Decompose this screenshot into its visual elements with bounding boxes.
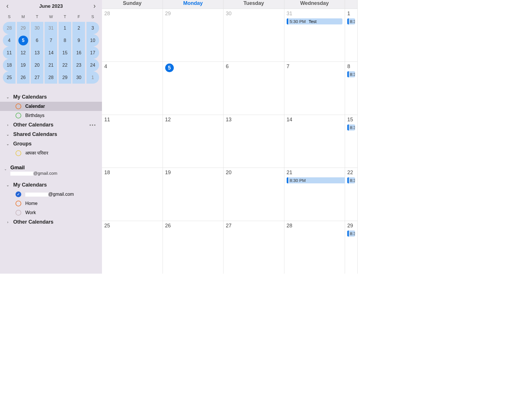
- other-calendars-header[interactable]: › Other Calendars ●●●: [0, 120, 102, 130]
- mini-day[interactable]: 27: [31, 71, 43, 84]
- day-cell[interactable]: 4: [102, 62, 163, 114]
- day-cell[interactable]: 7: [284, 62, 345, 114]
- mini-day[interactable]: 18: [3, 59, 16, 71]
- day-cell[interactable]: 14: [284, 115, 345, 168]
- day-cell[interactable]: 158:30: [345, 115, 358, 168]
- day-number: 29: [347, 223, 355, 229]
- mini-day[interactable]: 30: [72, 71, 85, 84]
- day-cell[interactable]: 30: [223, 9, 284, 62]
- day-number: 26: [165, 223, 221, 229]
- day-number: 4: [104, 64, 160, 70]
- color-swatch-icon: [16, 210, 21, 216]
- event[interactable]: 8:30 PM: [287, 177, 345, 183]
- day-cell[interactable]: 13: [223, 115, 284, 168]
- event[interactable]: 8:30: [347, 231, 355, 237]
- calendar-item-home[interactable]: Home: [0, 199, 102, 208]
- event[interactable]: 8:30: [347, 124, 355, 130]
- mini-day[interactable]: 20: [31, 59, 43, 71]
- mini-day[interactable]: 16: [72, 47, 85, 59]
- account-header-gmail[interactable]: ⌄ Gmail @gmail.com: [0, 164, 102, 177]
- event-time: 8:30: [350, 231, 355, 236]
- my-calendars-header-2[interactable]: ⌄ My Calendars: [0, 180, 102, 190]
- event[interactable]: 8:30: [347, 18, 355, 24]
- day-cell[interactable]: 26: [163, 221, 224, 274]
- event-time: 8:30: [350, 19, 355, 24]
- groups-header[interactable]: ⌄ Groups: [0, 139, 102, 149]
- mini-day[interactable]: 8: [59, 34, 71, 47]
- week-row: 282930315:30 PMTest18:30: [102, 9, 358, 62]
- more-icon[interactable]: ●●●: [89, 123, 96, 126]
- prev-month-button[interactable]: [4, 3, 11, 10]
- day-cell[interactable]: 315:30 PMTest: [284, 9, 345, 62]
- mini-day[interactable]: 6: [31, 34, 43, 47]
- day-number: 28: [287, 223, 343, 229]
- my-calendars-header[interactable]: ⌄ My Calendars: [0, 92, 102, 102]
- day-cell[interactable]: 29: [163, 9, 224, 62]
- month-view: SundayMondayTuesdayWednesday 282930315:3…: [102, 0, 358, 274]
- mini-day[interactable]: 22: [59, 59, 71, 71]
- mini-day[interactable]: 29: [17, 22, 30, 34]
- mini-dow-label: M: [16, 13, 30, 22]
- day-cell[interactable]: 27: [223, 221, 284, 274]
- day-cell[interactable]: 88:30: [345, 62, 358, 114]
- day-cell[interactable]: 28: [284, 221, 345, 274]
- mini-day[interactable]: 7: [45, 34, 57, 47]
- mini-day[interactable]: 31: [45, 22, 57, 34]
- day-cell[interactable]: 5: [163, 62, 224, 114]
- mini-day[interactable]: 9: [72, 34, 85, 47]
- mini-day[interactable]: 28: [3, 22, 16, 34]
- calendar-item-calendar[interactable]: Calendar: [0, 102, 102, 111]
- event-time: 8:30: [350, 125, 355, 130]
- mini-day[interactable]: 10: [86, 34, 99, 47]
- mini-day[interactable]: 5: [17, 34, 30, 47]
- event[interactable]: 8:30: [347, 177, 355, 183]
- calendar-item-birthdays[interactable]: Birthdays: [0, 111, 102, 120]
- day-cell[interactable]: 12: [163, 115, 224, 168]
- day-cell[interactable]: 18: [102, 168, 163, 220]
- mini-day[interactable]: 17: [86, 47, 99, 59]
- mini-day[interactable]: 1: [86, 71, 99, 84]
- day-number: 29: [165, 11, 221, 17]
- mini-day[interactable]: 1: [59, 22, 71, 34]
- checked-swatch-icon: [16, 191, 21, 197]
- day-cell[interactable]: 19: [163, 168, 224, 220]
- day-cell[interactable]: 228:30: [345, 168, 358, 220]
- mini-day[interactable]: 29: [59, 71, 71, 84]
- calendar-item-label: Work: [25, 210, 36, 215]
- mini-day[interactable]: 21: [45, 59, 57, 71]
- mini-day[interactable]: 26: [17, 71, 30, 84]
- day-cell[interactable]: 11: [102, 115, 163, 168]
- calendar-item-work[interactable]: Work: [0, 208, 102, 217]
- other-calendars-header-2[interactable]: › Other Calendars: [0, 217, 102, 227]
- mini-day[interactable]: 15: [59, 47, 71, 59]
- mini-day[interactable]: 2: [72, 22, 85, 34]
- mini-day[interactable]: 30: [31, 22, 43, 34]
- mini-day[interactable]: 24: [86, 59, 99, 71]
- mini-day[interactable]: 11: [3, 47, 16, 59]
- day-number: 28: [104, 11, 160, 17]
- day-cell[interactable]: 6: [223, 62, 284, 114]
- day-cell[interactable]: 28: [102, 9, 163, 62]
- mini-dow-label: W: [44, 13, 58, 22]
- event[interactable]: 8:30: [347, 71, 355, 77]
- mini-day[interactable]: 28: [45, 71, 57, 84]
- day-cell[interactable]: 218:30 PM: [284, 168, 345, 220]
- mini-day[interactable]: 13: [31, 47, 43, 59]
- chevron-down-icon: ⌄: [6, 133, 10, 137]
- day-cell[interactable]: 298:30: [345, 221, 358, 274]
- day-cell[interactable]: 18:30: [345, 9, 358, 62]
- calendar-item-gmail[interactable]: @gmail.com: [0, 190, 102, 199]
- calendar-item-group[interactable]: आपका परिवार: [0, 149, 102, 158]
- mini-day[interactable]: 14: [45, 47, 57, 59]
- mini-day[interactable]: 12: [17, 47, 30, 59]
- next-month-button[interactable]: [91, 3, 98, 10]
- day-cell[interactable]: 25: [102, 221, 163, 274]
- day-cell[interactable]: 20: [223, 168, 284, 220]
- mini-day[interactable]: 19: [17, 59, 30, 71]
- mini-day[interactable]: 3: [86, 22, 99, 34]
- shared-calendars-header[interactable]: ⌄ Shared Calendars: [0, 130, 102, 139]
- mini-day[interactable]: 4: [3, 34, 16, 47]
- mini-day[interactable]: 23: [72, 59, 85, 71]
- mini-day[interactable]: 25: [3, 71, 16, 84]
- event[interactable]: 5:30 PMTest: [287, 18, 343, 24]
